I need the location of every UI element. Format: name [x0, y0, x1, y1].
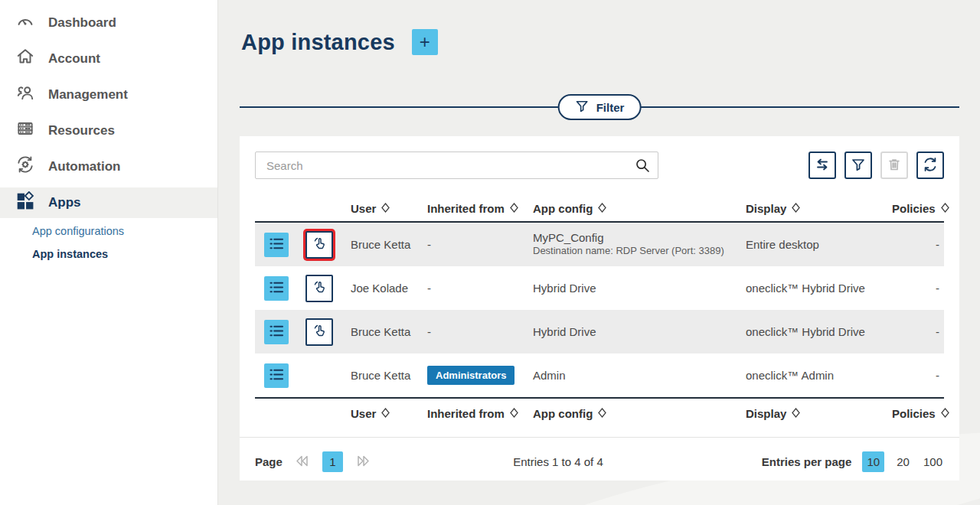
funnel-icon	[851, 157, 866, 174]
sidebar-item-dashboard[interactable]: Dashboard	[0, 5, 217, 41]
search-wrap	[255, 152, 658, 179]
filter-label: Filter	[596, 101, 625, 114]
swap-arrows-icon	[814, 156, 831, 175]
cell-display: Entire desktop	[746, 238, 892, 251]
column-label: Policies	[892, 407, 936, 420]
cell-user: Bruce Ketta	[351, 369, 427, 382]
connect-button-highlighted[interactable]	[305, 231, 333, 259]
per-page-option-20[interactable]: 20	[895, 452, 911, 471]
row-actions	[255, 363, 351, 388]
apps-icon	[15, 191, 35, 215]
sort-icon	[381, 202, 390, 215]
sidebar-item-account[interactable]: Account	[0, 41, 217, 77]
sidebar-item-label: Dashboard	[48, 15, 116, 31]
sort-icon	[941, 407, 949, 420]
sidebar-item-label: Apps	[48, 195, 81, 210]
administrators-badge: Administrators	[427, 366, 514, 385]
next-page-button[interactable]	[354, 454, 371, 470]
column-label: Display	[746, 407, 786, 420]
sort-icon	[510, 202, 518, 215]
table-row: Bruce Ketta - Hybrid Drive oneclick™ Hyb…	[255, 310, 944, 354]
previous-page-button[interactable]	[294, 454, 311, 470]
connect-button[interactable]	[305, 318, 333, 346]
app-config-destination: Destination name: RDP Server (Port: 3389…	[533, 245, 746, 258]
table-header: User Inherited from App config Display P…	[255, 195, 944, 223]
per-page-option-10[interactable]: 10	[862, 451, 884, 472]
column-header-inherited-from[interactable]: Inherited from	[427, 407, 533, 420]
hand-click-icon	[312, 236, 327, 253]
cell-user: Joe Kolade	[351, 282, 427, 295]
sidebar-item-management[interactable]: Management	[0, 77, 217, 112]
filter-bar: Filter	[240, 94, 959, 120]
row-details-button[interactable]	[264, 363, 289, 388]
sidebar: Dashboard Account Management	[0, 0, 218, 505]
add-app-instance-button[interactable]: +	[412, 29, 438, 55]
per-page-option-100[interactable]: 100	[922, 452, 944, 471]
column-header-app-config[interactable]: App config	[533, 407, 746, 420]
entries-summary: Entries 1 to 4 of 4	[513, 455, 603, 468]
page-number-button[interactable]: 1	[322, 451, 343, 472]
refresh-button[interactable]	[916, 152, 944, 179]
filter-table-button[interactable]	[844, 152, 872, 179]
list-icon	[270, 237, 284, 252]
column-header-app-config[interactable]: App config	[533, 202, 746, 215]
hand-click-icon	[312, 280, 327, 297]
connect-button[interactable]	[305, 275, 333, 302]
column-label: Display	[746, 202, 786, 215]
row-details-button[interactable]	[264, 320, 289, 344]
column-header-policies[interactable]: Policies	[892, 407, 954, 420]
sort-icon	[792, 202, 800, 215]
double-chevron-right-icon	[354, 454, 371, 470]
column-header-display[interactable]: Display	[746, 202, 892, 215]
page-header: App instances +	[241, 29, 438, 55]
pagination-controls: Page 1	[255, 451, 371, 472]
page-label: Page	[255, 455, 283, 468]
row-details-button[interactable]	[264, 233, 289, 257]
table-footer-header: User Inherited from App config Display P…	[255, 397, 944, 428]
trash-icon	[887, 157, 902, 174]
column-header-inherited-from[interactable]: Inherited from	[427, 202, 533, 215]
subitem-label: App configurations	[32, 225, 124, 237]
sidebar-subitem-app-configurations[interactable]: App configurations	[0, 220, 217, 243]
page-title: App instances	[241, 30, 395, 55]
column-header-user[interactable]: User	[351, 407, 427, 420]
column-header-user[interactable]: User	[351, 202, 427, 215]
row-actions	[255, 275, 351, 302]
sidebar-item-apps[interactable]: Apps	[0, 187, 217, 218]
delete-button[interactable]	[880, 152, 908, 179]
cell-policies: -	[892, 369, 944, 382]
sidebar-item-automation[interactable]: Automation	[0, 148, 217, 184]
search-icon	[634, 157, 651, 177]
search-input[interactable]	[255, 152, 658, 179]
sidebar-item-label: Account	[48, 51, 100, 67]
list-icon	[270, 281, 284, 296]
list-icon	[270, 368, 284, 383]
hand-click-icon	[312, 324, 327, 340]
row-actions	[255, 318, 351, 346]
sidebar-subitem-app-instances[interactable]: App instances	[0, 243, 217, 266]
sort-icon	[792, 407, 800, 420]
sidebar-item-resources[interactable]: Resources	[0, 112, 217, 148]
column-header-policies[interactable]: Policies	[892, 202, 954, 215]
cell-policies: -	[892, 238, 944, 251]
double-chevron-left-icon	[294, 454, 311, 470]
app-root: Dashboard Account Management	[0, 0, 980, 505]
cell-display: oneclick™ Hybrid Drive	[746, 325, 892, 338]
cell-user: Bruce Ketta	[351, 238, 427, 251]
table-action-buttons	[808, 152, 944, 179]
cell-inherited-from: -	[427, 238, 533, 251]
swap-columns-button[interactable]	[808, 152, 836, 179]
cell-user: Bruce Ketta	[351, 325, 427, 338]
column-header-display[interactable]: Display	[746, 407, 892, 420]
column-label: User	[351, 202, 376, 215]
cell-policies: -	[892, 282, 944, 295]
table-row: Joe Kolade - Hybrid Drive oneclick™ Hybr…	[255, 266, 944, 310]
cell-inherited-from: Administrators	[427, 366, 533, 385]
row-details-button[interactable]	[264, 276, 289, 301]
sidebar-item-label: Resources	[48, 123, 115, 138]
cell-app-config: MyPC_Config Destination name: RDP Server…	[533, 231, 746, 259]
table-row: Bruce Ketta - MyPC_Config Destination na…	[255, 223, 944, 266]
subitem-label: App instances	[32, 248, 108, 260]
filter-toggle-button[interactable]: Filter	[558, 94, 642, 120]
cell-policies: -	[892, 325, 944, 338]
